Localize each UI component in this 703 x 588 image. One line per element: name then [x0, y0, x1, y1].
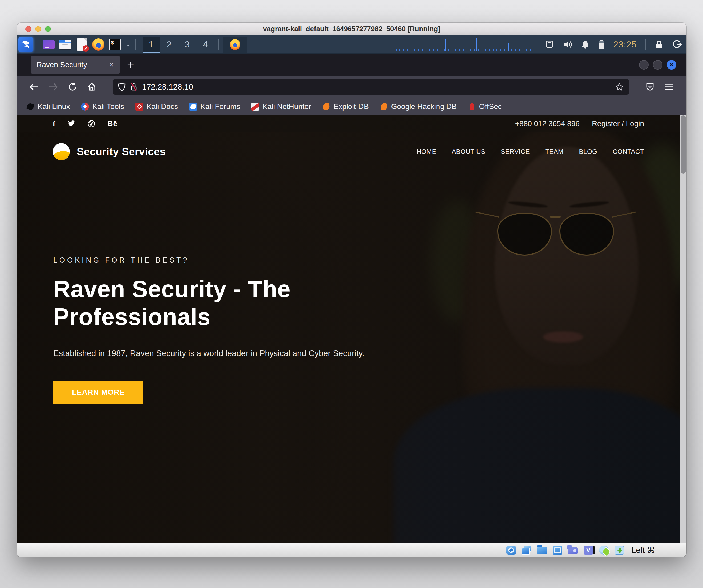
- bookmark-exploit-db[interactable]: Exploit-DB: [318, 100, 373, 113]
- nav-home[interactable]: HOME: [416, 148, 436, 155]
- panel-separator: [645, 39, 646, 50]
- bookmark-kali-docs[interactable]: Kali Docs: [131, 100, 182, 113]
- google-hacking-db-icon: [380, 102, 388, 111]
- tab-title: Raven Security: [36, 61, 107, 69]
- tab-close-icon[interactable]: ×: [107, 60, 115, 69]
- window-title: vagrant-kali_default_1649657277982_50460…: [17, 25, 687, 33]
- screen-icon[interactable]: [545, 40, 554, 49]
- main-nav: HOME ABOUT US SERVICE TEAM BLOG CONTACT: [416, 148, 644, 155]
- home-button[interactable]: [86, 81, 97, 92]
- text-editor-button[interactable]: [76, 39, 88, 51]
- app-launcher: $_ ⌄: [18, 37, 136, 52]
- learn-more-button[interactable]: LEARN MORE: [53, 381, 143, 404]
- dribbble-icon[interactable]: [88, 120, 95, 127]
- close-window-button[interactable]: [25, 26, 31, 32]
- battery-icon[interactable]: [598, 40, 605, 49]
- url-text[interactable]: 172.28.128.10: [142, 82, 611, 91]
- back-button[interactable]: [28, 81, 40, 92]
- panel-separator: [37, 39, 38, 50]
- bookmark-google-hacking-db[interactable]: Google Hacking DB: [376, 100, 461, 113]
- desktop-icon: [43, 40, 55, 49]
- tab-raven-security[interactable]: Raven Security ×: [31, 56, 120, 74]
- site-header: Security Services HOME ABOUT US SERVICE …: [17, 133, 680, 171]
- shield-permissions-icon[interactable]: [118, 83, 126, 91]
- site-logo[interactable]: Security Services: [53, 143, 166, 160]
- displays-icon[interactable]: [522, 545, 531, 555]
- minimize-window-button[interactable]: [35, 26, 41, 32]
- nav-team[interactable]: TEAM: [545, 148, 564, 155]
- bookmark-kali-forums[interactable]: Kali Forums: [185, 100, 244, 113]
- mouse-integration-icon[interactable]: [599, 545, 609, 555]
- browser-close-button[interactable]: ✕: [667, 60, 676, 70]
- scrollbar-thumb[interactable]: [681, 116, 686, 173]
- features-icon[interactable]: V: [583, 545, 593, 555]
- nav-service[interactable]: SERVICE: [501, 148, 530, 155]
- nav-about-us[interactable]: ABOUT US: [452, 148, 485, 155]
- shared-folder-icon[interactable]: [537, 547, 547, 555]
- pocket-button[interactable]: [644, 81, 655, 92]
- behance-icon[interactable]: Bē: [107, 120, 118, 128]
- bookmark-label: Kali NetHunter: [262, 102, 311, 111]
- display-icon[interactable]: [553, 545, 562, 555]
- menu-button[interactable]: [663, 81, 675, 92]
- forward-icon: [48, 83, 58, 91]
- bookmark-label: Kali Linux: [37, 102, 70, 111]
- bookmarks-toolbar: Kali Linux Kali Tools Kali Docs Kali For…: [17, 98, 687, 115]
- kali-dragon-icon: [20, 39, 31, 50]
- firefox-icon: [92, 39, 104, 51]
- panel-separator: [218, 39, 219, 50]
- logout-icon[interactable]: [672, 40, 682, 49]
- system-tray: 23:25: [545, 39, 682, 50]
- panel-separator: [135, 39, 136, 50]
- forward-button[interactable]: [48, 81, 59, 92]
- taskbar-firefox-window[interactable]: [223, 36, 247, 53]
- logo-icon: [53, 143, 70, 160]
- bookmark-offsec[interactable]: OffSec: [464, 100, 506, 113]
- browser-maximize-button[interactable]: [653, 60, 662, 70]
- bookmark-label: Kali Tools: [92, 102, 124, 111]
- nav-blog[interactable]: BLOG: [579, 148, 598, 155]
- firefox-launcher-button[interactable]: [92, 39, 104, 51]
- hero-subtitle: Established in 1987, Raven Security is a…: [53, 349, 680, 358]
- pocket-icon: [645, 82, 654, 91]
- workspace-switcher: 1 2 3 4: [143, 36, 214, 53]
- bookmark-kali-linux[interactable]: Kali Linux: [22, 100, 74, 113]
- kali-dragon-icon: [26, 102, 34, 111]
- insecure-lock-icon[interactable]: [130, 82, 138, 91]
- hdd-icon[interactable]: [506, 545, 516, 555]
- bookmark-kali-nethunter[interactable]: Kali NetHunter: [247, 100, 315, 113]
- terminal-button[interactable]: $_: [109, 39, 121, 51]
- clock[interactable]: 23:25: [613, 40, 637, 50]
- register-login-link[interactable]: Register / Login: [592, 120, 644, 128]
- nav-contact[interactable]: CONTACT: [613, 148, 644, 155]
- notifications-icon[interactable]: [581, 40, 590, 49]
- bookmark-star-icon[interactable]: [615, 83, 624, 91]
- file-manager-button[interactable]: [59, 39, 71, 51]
- file-manager-icon: [60, 40, 71, 49]
- kali-menu-button[interactable]: [18, 37, 33, 52]
- browser-minimize-button[interactable]: [639, 60, 649, 70]
- workspace-3[interactable]: 3: [179, 36, 196, 53]
- downloads-icon[interactable]: [615, 545, 624, 555]
- bookmark-label: Exploit-DB: [333, 102, 369, 111]
- workspace-1[interactable]: 1: [143, 36, 160, 53]
- reload-button[interactable]: [67, 81, 78, 92]
- zoom-window-button[interactable]: [45, 26, 51, 32]
- scrollbar[interactable]: [680, 115, 687, 543]
- recording-icon[interactable]: [568, 547, 578, 555]
- new-tab-button[interactable]: +: [127, 58, 134, 71]
- titlebar: vagrant-kali_default_1649657277982_50460…: [17, 23, 687, 35]
- volume-icon[interactable]: [562, 40, 572, 49]
- lock-icon[interactable]: [654, 40, 663, 49]
- bookmark-label: Kali Docs: [147, 102, 178, 111]
- facebook-icon[interactable]: f: [53, 120, 55, 128]
- kali-docs-icon: [135, 102, 143, 111]
- show-desktop-button[interactable]: [43, 39, 55, 51]
- workspace-2[interactable]: 2: [161, 36, 178, 53]
- workspace-4[interactable]: 4: [197, 36, 214, 53]
- twitter-icon[interactable]: [67, 120, 75, 127]
- url-bar[interactable]: 172.28.128.10: [113, 79, 629, 95]
- bookmark-kali-tools[interactable]: Kali Tools: [77, 100, 128, 113]
- vm-window: vagrant-kali_default_1649657277982_50460…: [17, 23, 687, 557]
- chevron-down-icon[interactable]: ⌄: [125, 42, 131, 48]
